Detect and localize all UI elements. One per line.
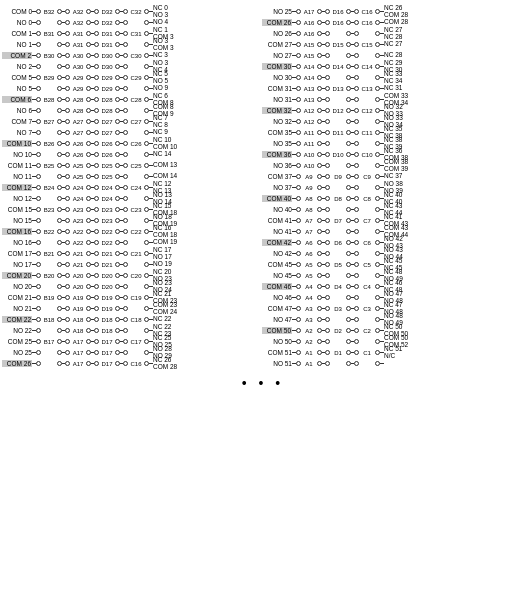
wire-node xyxy=(354,75,359,80)
row-label: NO 5 xyxy=(2,85,32,92)
node-label: D26 xyxy=(99,152,115,158)
node-label: C28 xyxy=(128,97,144,103)
right-labels: NC 22 xyxy=(153,316,185,323)
wire-segment: B22A22D22C22 xyxy=(32,229,153,235)
wire-segment: A7D7C7 xyxy=(292,218,384,224)
node-label: C20 xyxy=(128,273,144,279)
row-label: COM 18 xyxy=(153,232,185,239)
wire-segment: A30D30 xyxy=(32,64,153,70)
wire-node xyxy=(354,31,359,36)
node-label: C21 xyxy=(128,251,144,257)
row-label: NO 15 xyxy=(2,217,32,224)
node-label: C9 xyxy=(359,174,375,180)
row-label: COM 28 xyxy=(153,364,185,371)
diagram-row: COM 11B25A25D25C25COM 13 xyxy=(2,160,262,171)
wire-segment: A10 xyxy=(292,163,384,169)
node-label: D23 xyxy=(99,207,115,213)
wire-node xyxy=(123,108,128,113)
wire-segment: A8D8C8 xyxy=(292,196,384,202)
wire-segment: B29A29D29C29 xyxy=(32,75,153,81)
row-label: COM 10 xyxy=(2,140,32,147)
wire-node xyxy=(123,130,128,135)
node-label: C3 xyxy=(359,306,375,312)
row-label: NO 50 xyxy=(262,338,292,345)
wire-segment: A14D14C14 xyxy=(292,64,384,70)
node-label: A18 xyxy=(70,328,86,334)
node-label: D29 xyxy=(99,75,115,81)
right-labels: NC 14 xyxy=(153,151,185,158)
wire-segment: A17D16C16 xyxy=(292,9,384,15)
left-panel: COM 0B32A32D32C32NC 0NO 3NO 0A32D32NO 4C… xyxy=(2,4,262,371)
wire-node xyxy=(36,328,41,333)
row-label: NO 46 xyxy=(262,294,292,301)
diagram-row: NO 17A21D21NO 19 xyxy=(2,259,262,270)
node-label: A14 xyxy=(301,64,317,70)
diagram-row: NO 15A23D23NO 18COM 19 xyxy=(2,215,262,226)
node-label: B25 xyxy=(41,163,57,169)
node-label: D28 xyxy=(99,97,115,103)
node-label: A29 xyxy=(70,75,86,81)
wire-node xyxy=(354,53,359,58)
row-label: NC 22 xyxy=(153,316,185,323)
wire-segment: A26D26 xyxy=(32,152,153,158)
node-label: B27 xyxy=(41,119,57,125)
row-label: COM 17 xyxy=(2,250,32,257)
row-label: NO 7 xyxy=(2,129,32,136)
diagram-row: NO 6A28D28COM 8COM 9 xyxy=(2,105,262,116)
node-label: D30 xyxy=(99,64,115,70)
wire-node xyxy=(36,174,41,179)
right-labels: NC 17NO 17 xyxy=(153,247,185,260)
node-label: A4 xyxy=(301,295,317,301)
wire-node xyxy=(325,31,330,36)
diagram-row: COM 26A17D17C16NC 26COM 28 xyxy=(2,358,262,369)
node-label: C10 xyxy=(359,152,375,158)
node-label: D16 xyxy=(330,20,346,26)
row-label: NO 19 xyxy=(153,261,185,268)
right-panel: NO 25A17D16C16NC 26COM 28COM 26A16D16C16… xyxy=(262,4,526,371)
node-label: B20 xyxy=(41,273,57,279)
right-labels: NC 26COM 28 xyxy=(153,357,185,370)
wire-segment: A29D29 xyxy=(32,86,153,92)
row-label: COM 21 xyxy=(2,294,32,301)
right-labels: NC 28 xyxy=(384,52,416,59)
wire-segment: A17D17 xyxy=(32,350,153,356)
row-label: NO 47 xyxy=(262,316,292,323)
node-label: A26 xyxy=(70,141,86,147)
node-label: D20 xyxy=(99,273,115,279)
row-label: NO 27 xyxy=(262,52,292,59)
node-label: D18 xyxy=(99,317,115,323)
node-label: C19 xyxy=(128,295,144,301)
row-label: COM 28 xyxy=(384,19,416,26)
wire-node xyxy=(36,240,41,245)
node-label: A25 xyxy=(70,174,86,180)
row-label: NO 41 xyxy=(262,228,292,235)
node-label: A17 xyxy=(70,361,86,367)
wire-node xyxy=(36,284,41,289)
wire-segment: A13D13C13 xyxy=(292,86,384,92)
node-label: C18 xyxy=(128,317,144,323)
node-label: D6 xyxy=(330,240,346,246)
row-label: NO 25 xyxy=(2,349,32,356)
node-label: C23 xyxy=(128,207,144,213)
node-label: D17 xyxy=(99,350,115,356)
row-label: COM 14 xyxy=(153,173,185,180)
wire-segment: A1D1C1 xyxy=(292,350,384,356)
row-label: NO 51 xyxy=(262,360,292,367)
node-label: A6 xyxy=(301,240,317,246)
node-label: A29 xyxy=(70,86,86,92)
node-label: A8 xyxy=(301,196,317,202)
diagram-row: NO 10A26D26NC 14 xyxy=(2,149,262,160)
wire-node xyxy=(325,75,330,80)
diagram-row: NO 21A19D19COM 23COM 24 xyxy=(2,303,262,314)
wire-segment: A3 xyxy=(292,317,384,323)
node-label: C7 xyxy=(359,218,375,224)
node-label: A23 xyxy=(70,207,86,213)
node-label: D24 xyxy=(99,185,115,191)
row-label: COM 47 xyxy=(262,305,292,312)
row-label: COM 41 xyxy=(262,217,292,224)
wire-node xyxy=(36,361,41,366)
right-labels: COM 23COM 24 xyxy=(153,302,185,315)
right-labels: COM 14 xyxy=(153,173,185,180)
wire-node xyxy=(123,64,128,69)
diagram-row: NO 25A17D17NO 28NO 29 xyxy=(2,347,262,358)
